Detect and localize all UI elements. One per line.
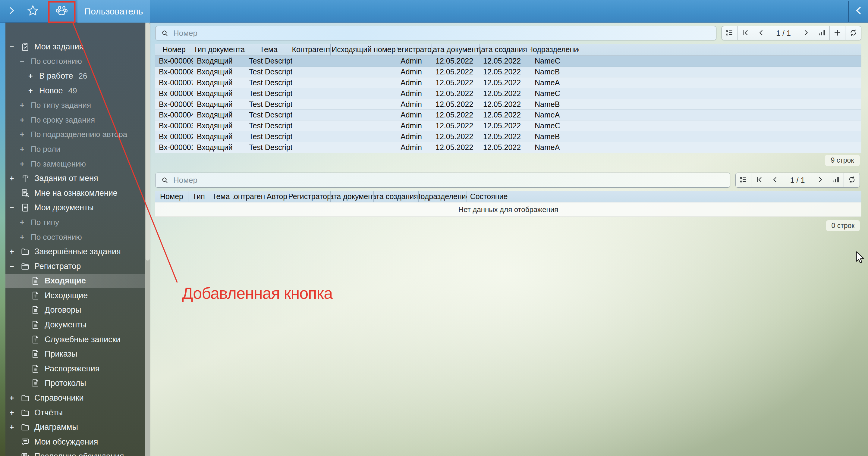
column-header[interactable]: Тип документа — [193, 44, 245, 56]
sidebar-item-documents[interactable]: Документы — [5, 318, 145, 332]
collapse-icon[interactable]: − — [10, 203, 21, 212]
collapse-panel-button[interactable] — [850, 2, 867, 20]
sidebar-item-for-my-review[interactable]: Мне на ознакомление — [5, 186, 145, 201]
column-header[interactable]: Дата создания — [479, 44, 531, 56]
column-header[interactable]: Тема — [245, 44, 292, 56]
sidebar-item-registrar[interactable]: −Регистратор — [5, 259, 145, 274]
sidebar-item-completed-tasks[interactable]: +Завершённые задания — [5, 244, 145, 259]
table-row[interactable]: Вх-000004ВходящийTest DescriptionAdmin12… — [155, 110, 861, 121]
column-header[interactable]: Дата создания — [374, 191, 418, 202]
expand-icon[interactable]: + — [28, 87, 39, 95]
sidebar-item-by-author-department[interactable]: +По подразделению автора — [5, 127, 145, 142]
expand-icon[interactable]: + — [10, 174, 21, 183]
first-page-button[interactable] — [738, 26, 753, 40]
expand-icon[interactable]: + — [20, 160, 31, 168]
refresh-button[interactable] — [844, 173, 860, 187]
grid-doc-icon — [31, 320, 44, 329]
sidebar-item-by-type[interactable]: +По типу — [5, 215, 145, 230]
sidebar-item-reference-books[interactable]: +Справочники — [5, 391, 145, 405]
sidebar-item-memos[interactable]: Служебные записки — [5, 332, 145, 347]
sidebar-item-tasks-from-me[interactable]: +Задания от меня — [5, 171, 145, 186]
column-header[interactable]: Автор — [265, 191, 289, 202]
refresh-button[interactable] — [845, 26, 861, 40]
expand-icon[interactable]: + — [20, 233, 31, 241]
sidebar-item-new[interactable]: +Новое49 — [5, 84, 145, 98]
view-mode-button[interactable] — [722, 26, 738, 40]
expand-icon[interactable]: + — [10, 394, 21, 402]
search-input[interactable] — [173, 29, 716, 38]
column-header[interactable]: Дата документа — [432, 44, 479, 56]
view-mode-button[interactable] — [736, 173, 751, 187]
sidebar-item-by-substitution[interactable]: +По замещению — [5, 157, 145, 171]
tab-user[interactable]: Пользователь — [78, 0, 150, 23]
table-row[interactable]: Вх-000009ВходящийTest DescriptionAdmin12… — [155, 56, 861, 67]
search-input[interactable] — [173, 175, 730, 185]
collapse-icon[interactable]: − — [10, 262, 21, 271]
expand-icon[interactable]: + — [10, 423, 21, 432]
add-button[interactable] — [830, 26, 845, 40]
expand-icon[interactable]: + — [20, 116, 31, 124]
sidebar-item-protocols[interactable]: Протоколы — [5, 376, 145, 391]
sidebar-item-my-documents[interactable]: −Мои документы — [5, 201, 145, 215]
column-header[interactable]: Контрагент — [233, 191, 265, 202]
column-header[interactable]: Регистратор — [397, 44, 432, 56]
sidebar-item-my-tasks[interactable]: −Мои задания — [5, 39, 145, 54]
sidebar-item-by-role[interactable]: +По роли — [5, 142, 145, 157]
table-row[interactable]: Вх-000002ВходящийTest DescriptionAdmin12… — [155, 131, 861, 142]
sidebar-item-contracts[interactable]: Договоры — [5, 303, 145, 318]
sidebar-item-in-progress[interactable]: +В работе26 — [5, 69, 145, 84]
next-page-button[interactable] — [798, 26, 814, 40]
favorites-button[interactable] — [24, 2, 41, 20]
sidebar-item-by-state[interactable]: −По состоянию — [5, 54, 145, 69]
table-row[interactable]: Вх-000005ВходящийTest DescriptionAdmin12… — [155, 99, 861, 110]
sidebar-item-diagrams[interactable]: +Диаграммы — [5, 420, 145, 435]
chart-button[interactable] — [814, 26, 830, 40]
table-row[interactable]: Вх-000007ВходящийTest DescriptionAdmin12… — [155, 77, 861, 88]
table-row[interactable]: Вх-000001ВходящийTest DescriptionAdmin12… — [155, 142, 861, 153]
column-header[interactable]: Номер — [155, 44, 193, 56]
sidebar-scrollbar[interactable] — [145, 23, 150, 456]
table-row[interactable]: Вх-000008ВходящийTest DescriptionAdmin12… — [155, 67, 861, 77]
next-page-button[interactable] — [812, 173, 828, 187]
sidebar-item-recent-discussions[interactable]: Последние обсуждения — [5, 449, 145, 456]
expand-icon[interactable]: + — [20, 145, 31, 154]
expand-icon[interactable]: + — [10, 247, 21, 256]
table-row[interactable]: Вх-000006ВходящийTest DescriptionAdmin12… — [155, 88, 861, 99]
expand-icon[interactable]: + — [28, 72, 39, 80]
collapse-icon[interactable]: − — [20, 57, 31, 66]
table-row[interactable]: Вх-000003ВходящийTest DescriptionAdmin12… — [155, 121, 861, 131]
column-header[interactable]: Подразделение — [531, 44, 579, 56]
expand-icon[interactable]: + — [10, 409, 21, 417]
sidebar-item-by-task-type[interactable]: +По типу задания — [5, 98, 145, 112]
prev-page-button[interactable] — [767, 173, 783, 187]
first-page-button[interactable] — [751, 173, 767, 187]
prev-page-button[interactable] — [753, 26, 769, 40]
sidebar-item-label: По типу задания — [31, 101, 91, 110]
column-header[interactable]: Дата документа — [331, 191, 374, 202]
expand-icon[interactable]: + — [20, 130, 31, 139]
collapse-icon[interactable]: − — [10, 42, 21, 51]
sidebar-item-outgoing[interactable]: Исходящие — [5, 288, 145, 303]
column-header[interactable]: Тема — [209, 191, 233, 202]
expand-icon[interactable]: + — [20, 218, 31, 227]
sidebar-item-incoming[interactable]: Входящие — [5, 274, 145, 289]
sidebar-tree: −Мои задания−По состоянию+В работе26+Нов… — [5, 23, 145, 456]
sidebar-item-orders[interactable]: Приказы — [5, 347, 145, 361]
column-header[interactable]: Тип — [188, 191, 209, 202]
sidebar-item-by-task-deadline[interactable]: +По сроку задания — [5, 112, 145, 127]
column-header[interactable]: Исходящий номер — [331, 44, 397, 56]
column-header[interactable]: Номер — [155, 191, 188, 202]
column-header[interactable]: Состояние — [467, 191, 511, 202]
chart-button[interactable] — [828, 173, 844, 187]
sidebar-item-reports[interactable]: +Отчёты — [5, 405, 145, 420]
sidebar-item-directives[interactable]: Распоряжения — [5, 361, 145, 376]
sidebar-item-by-state-docs[interactable]: +По состоянию — [5, 230, 145, 245]
column-header[interactable]: Контрагент — [292, 44, 331, 56]
column-header[interactable]: Регистратор — [289, 191, 331, 202]
expand-icon[interactable]: + — [20, 101, 31, 110]
sidebar-scrollbar-thumb[interactable] — [146, 23, 150, 261]
added-paw-button[interactable] — [53, 2, 70, 20]
sidebar-item-my-discussions[interactable]: Мои обсуждения — [5, 435, 145, 449]
expand-menu-button[interactable] — [3, 2, 21, 20]
column-header[interactable]: Подразделение — [418, 191, 467, 202]
